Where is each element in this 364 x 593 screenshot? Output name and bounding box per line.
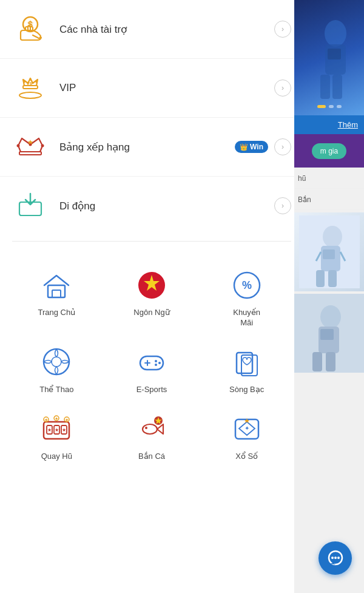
language-label: Ngôn Ngữ bbox=[133, 308, 169, 318]
nav-item-esports[interactable]: E-Sports bbox=[104, 337, 200, 404]
home-icon bbox=[40, 268, 73, 302]
nav-item-lottery[interactable]: ✦ Xổ Số bbox=[199, 404, 294, 470]
svg-text:✦: ✦ bbox=[244, 425, 249, 432]
sponsors-label: Các nhà tài trợ bbox=[59, 23, 274, 36]
nav-item-fishing[interactable]: Bắn Cá bbox=[104, 404, 200, 470]
svg-point-76 bbox=[337, 557, 340, 559]
svg-text:★: ★ bbox=[55, 427, 59, 433]
sports-icon bbox=[40, 345, 73, 379]
svg-text:★: ★ bbox=[44, 418, 48, 422]
svg-rect-17 bbox=[48, 285, 65, 297]
menu-list: $ Các nhà tài trợ bbox=[0, 0, 303, 235]
promotions-label: KhuyếnMãi bbox=[233, 308, 260, 328]
chat-button[interactable] bbox=[318, 541, 352, 575]
right-panel-player1 bbox=[294, 212, 364, 291]
language-icon bbox=[135, 268, 168, 302]
right-panel: Thêm m gia hũ Bắn bbox=[294, 0, 364, 593]
svg-rect-57 bbox=[332, 75, 342, 99]
svg-point-6 bbox=[19, 92, 41, 98]
crown-small-icon: 👑 bbox=[240, 143, 248, 151]
them-link[interactable]: Thêm bbox=[338, 120, 358, 129]
fishing-icon bbox=[135, 412, 168, 446]
svg-point-23 bbox=[44, 349, 69, 374]
vip-label: VIP bbox=[59, 82, 274, 94]
promotions-icon: % bbox=[230, 268, 263, 302]
svg-rect-71 bbox=[326, 352, 335, 371]
svg-rect-56 bbox=[320, 75, 330, 99]
ranking-icon bbox=[12, 129, 49, 165]
right-panel-banca: Bắn bbox=[294, 189, 364, 210]
svg-point-74 bbox=[331, 557, 334, 559]
menu-item-mobile[interactable]: Di động › bbox=[0, 177, 303, 235]
svg-point-60 bbox=[323, 226, 342, 248]
mobile-chevron[interactable]: › bbox=[274, 197, 291, 214]
fishing-label: Bắn Cá bbox=[138, 452, 165, 462]
sponsors-chevron[interactable]: › bbox=[274, 21, 291, 38]
nav-item-casino[interactable]: Sòng Bạc bbox=[199, 337, 294, 404]
sports-label: Thể Thao bbox=[39, 385, 73, 395]
right-panel-hu: hũ bbox=[294, 168, 364, 189]
esports-icon bbox=[135, 345, 168, 379]
svg-point-29 bbox=[158, 362, 161, 364]
lottery-label: Xổ Số bbox=[235, 452, 258, 462]
svg-rect-10 bbox=[19, 152, 41, 155]
svg-point-47 bbox=[145, 427, 147, 429]
svg-text:%: % bbox=[242, 279, 252, 291]
mobile-icon bbox=[12, 188, 49, 224]
svg-point-9 bbox=[36, 81, 38, 83]
svg-point-75 bbox=[334, 557, 337, 559]
sponsor-icon: $ bbox=[12, 11, 49, 47]
home-label: Trang Chủ bbox=[38, 308, 75, 318]
menu-item-vip[interactable]: VIP VIP › bbox=[0, 59, 303, 118]
join-button[interactable]: m gia bbox=[312, 143, 346, 159]
right-panel-join: m gia bbox=[294, 134, 364, 168]
vip-chevron[interactable]: › bbox=[274, 80, 291, 97]
svg-point-54 bbox=[325, 20, 346, 47]
nav-item-promotions[interactable]: % KhuyếnMãi bbox=[199, 260, 294, 337]
banner-dots bbox=[317, 105, 342, 108]
esports-label: E-Sports bbox=[136, 385, 167, 395]
svg-point-8 bbox=[24, 81, 25, 83]
svg-text:★: ★ bbox=[47, 427, 52, 433]
svg-text:VIP: VIP bbox=[27, 81, 35, 86]
ranking-label: Bảng xếp hạng bbox=[59, 141, 235, 154]
svg-text:★: ★ bbox=[55, 416, 58, 421]
ranking-chevron[interactable]: › bbox=[274, 138, 291, 155]
svg-point-7 bbox=[29, 78, 32, 81]
dot-2 bbox=[329, 105, 334, 108]
svg-rect-64 bbox=[323, 249, 335, 259]
right-panel-more[interactable]: Thêm bbox=[294, 115, 364, 134]
svg-point-13 bbox=[41, 144, 44, 147]
svg-rect-70 bbox=[312, 352, 322, 371]
svg-point-46 bbox=[143, 424, 157, 434]
slots-icon: ★ ★ ★ ★ ★ ★ bbox=[40, 412, 73, 446]
dot-1 bbox=[317, 105, 326, 108]
slots-label: Quay Hũ bbox=[41, 452, 72, 462]
svg-rect-58 bbox=[328, 49, 341, 59]
svg-rect-63 bbox=[328, 270, 337, 287]
nav-item-sports[interactable]: Thể Thao bbox=[9, 337, 104, 404]
nav-item-home[interactable]: Trang Chủ bbox=[9, 260, 104, 337]
svg-point-11 bbox=[17, 144, 20, 147]
nav-item-slots[interactable]: ★ ★ ★ ★ ★ ★ Quay Hũ bbox=[9, 404, 104, 470]
casino-label: Sòng Bạc bbox=[229, 385, 264, 395]
win-badge: 👑 Win bbox=[235, 141, 268, 153]
dot-3 bbox=[337, 105, 342, 108]
hu-label: hũ bbox=[298, 174, 306, 183]
banc-label: Bắn bbox=[298, 195, 311, 204]
svg-point-24 bbox=[52, 357, 61, 367]
menu-divider bbox=[12, 241, 291, 242]
right-panel-player2 bbox=[294, 294, 364, 373]
svg-text:★: ★ bbox=[65, 418, 69, 422]
menu-item-sponsors[interactable]: $ Các nhà tài trợ bbox=[0, 0, 303, 59]
svg-point-68 bbox=[320, 305, 341, 328]
win-badge-text: Win bbox=[250, 143, 263, 151]
right-panel-banner bbox=[294, 0, 364, 115]
bottom-nav: Trang Chủ Ngôn Ngữ bbox=[0, 248, 303, 476]
nav-item-language[interactable]: Ngôn Ngữ bbox=[104, 260, 200, 337]
svg-rect-18 bbox=[52, 290, 61, 297]
svg-rect-72 bbox=[320, 329, 334, 340]
svg-point-28 bbox=[155, 360, 157, 362]
lottery-icon: ✦ bbox=[230, 412, 263, 446]
menu-item-ranking[interactable]: Bảng xếp hạng 👑 Win › bbox=[0, 118, 303, 177]
